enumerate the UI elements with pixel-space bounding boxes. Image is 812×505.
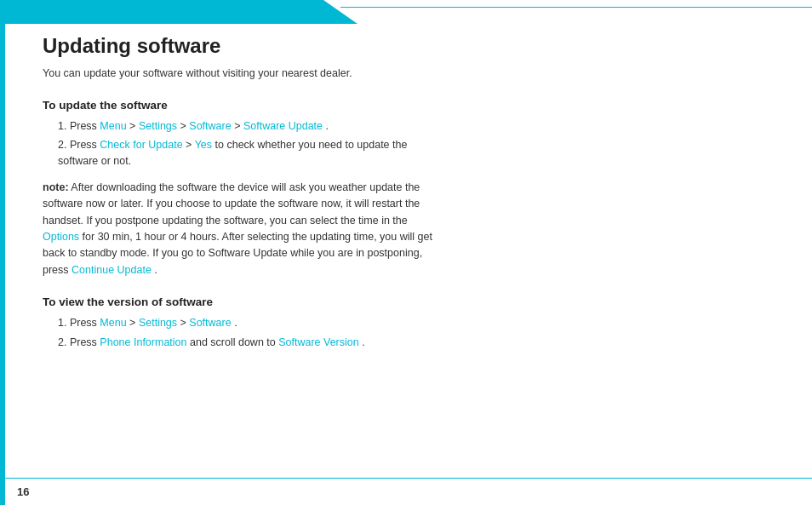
check-for-update-link[interactable]: Check for Update xyxy=(100,139,182,151)
options-link[interactable]: Options xyxy=(43,231,79,243)
step-2-2-prefix: Press xyxy=(70,336,100,348)
step-2-1: 1. Press Menu > Settings > Software . xyxy=(43,315,434,331)
step-1-2: 2. Press Check for Update > Yes to check… xyxy=(43,137,434,169)
section2: To view the version of software 1. Press… xyxy=(43,296,769,351)
top-right-line xyxy=(340,7,812,8)
sep2: > xyxy=(180,120,190,132)
page-title: Updating software xyxy=(43,34,769,59)
step-2-2-suffix: and scroll down to xyxy=(190,336,278,348)
section1: To update the software 1. Press Menu > S… xyxy=(43,99,769,169)
note-text3: . xyxy=(154,264,157,276)
page-number: 16 xyxy=(17,485,29,498)
step-2-2-end: . xyxy=(362,336,364,348)
step-1-2-prefix: Press xyxy=(70,139,100,151)
step-2-2-number: 2. xyxy=(58,336,70,348)
step-1-2-number: 2. xyxy=(58,139,70,151)
step-2-1-number: 1. xyxy=(58,317,70,329)
step-2-1-end: . xyxy=(234,317,237,329)
step-1-1-prefix: Press xyxy=(70,120,100,132)
note-label: note: xyxy=(43,181,69,193)
phone-info-link[interactable]: Phone Information xyxy=(100,336,186,348)
sep5: > xyxy=(129,317,139,329)
left-bar-decoration xyxy=(0,0,5,505)
software-link-2[interactable]: Software xyxy=(189,317,231,329)
sep4: > xyxy=(186,139,195,151)
menu-link-2[interactable]: Menu xyxy=(100,317,126,329)
main-content: Updating software You can update your so… xyxy=(43,34,769,471)
step-1-1-number: 1. xyxy=(58,120,70,132)
section2-steps: 1. Press Menu > Settings > Software . 2.… xyxy=(43,315,769,351)
note-text1: After downloading the software the devic… xyxy=(43,181,420,227)
bottom-bar: 16 xyxy=(0,478,812,505)
yes-link[interactable]: Yes xyxy=(195,139,212,151)
section2-heading: To view the version of software xyxy=(43,296,769,308)
intro-text: You can update your software without vis… xyxy=(43,66,434,82)
top-tab-decoration xyxy=(0,0,357,24)
section1-steps: 1. Press Menu > Settings > Software > So… xyxy=(43,118,769,169)
note-block: note: After downloading the software the… xyxy=(43,180,434,278)
software-version-link[interactable]: Software Version xyxy=(278,336,359,348)
sep6: > xyxy=(180,317,190,329)
software-link[interactable]: Software xyxy=(189,120,231,132)
step-1-1-end: . xyxy=(326,120,329,132)
settings-link[interactable]: Settings xyxy=(139,120,177,132)
sep1: > xyxy=(129,120,139,132)
section1-heading: To update the software xyxy=(43,99,769,112)
software-update-link[interactable]: Software Update xyxy=(243,120,323,132)
continue-update-link[interactable]: Continue Update xyxy=(71,264,152,276)
settings-link-2[interactable]: Settings xyxy=(139,317,177,329)
step-2-2: 2. Press Phone Information and scroll do… xyxy=(43,335,434,351)
step-1-1: 1. Press Menu > Settings > Software > So… xyxy=(43,118,434,135)
menu-link[interactable]: Menu xyxy=(100,120,126,132)
step-2-1-prefix: Press xyxy=(70,317,100,329)
sep3: > xyxy=(234,120,243,132)
